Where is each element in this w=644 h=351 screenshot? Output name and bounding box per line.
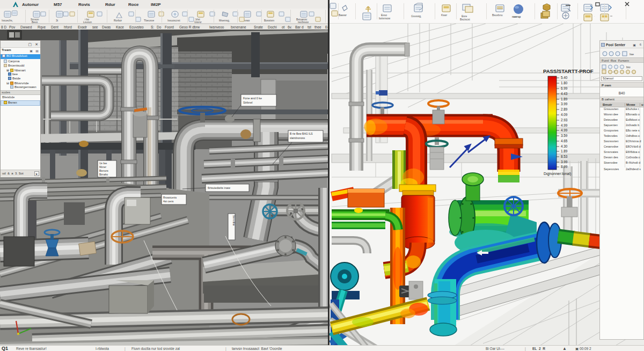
svg-text:3.59: 3.59 <box>561 134 568 137</box>
svg-text:slatrdnonoss: slatrdnonoss <box>290 136 305 140</box>
svg-text:Btrnaho: Btrnaho <box>99 173 108 176</box>
svg-text:PASS/STARTT-PROF: PASS/STARTT-PROF <box>543 68 594 74</box>
svg-text:Moner: Moner <box>99 166 106 169</box>
svg-text:botsnsow: botsnsow <box>379 17 391 20</box>
svg-text:8.53: 8.53 <box>561 155 568 158</box>
svg-text:Gsvsstg,: Gsvsstg, <box>411 14 421 18</box>
svg-text:8.99: 8.99 <box>561 165 568 169</box>
svg-text:Tbeusve: Tbeusve <box>144 19 154 22</box>
svg-text:4.30: 4.30 <box>561 144 568 148</box>
svg-text:1.89: 1.89 <box>561 97 568 101</box>
svg-text:Issuechs,: Issuechs, <box>2 19 13 22</box>
svg-text:Bawwr: Bawwr <box>339 13 347 17</box>
svg-text:Bosstsm: Bosstsm <box>264 19 274 22</box>
svg-text:Strbnel: Strbnel <box>243 101 252 104</box>
svg-text:5.40: 5.40 <box>561 76 568 79</box>
svg-text:2.89: 2.89 <box>561 107 568 111</box>
svg-text:3.99: 3.99 <box>561 102 568 106</box>
svg-text:1.80: 1.80 <box>561 81 568 85</box>
svg-text:Bswwdna: Bswwdna <box>232 215 235 226</box>
svg-text:Kswr: Kswr <box>441 13 447 17</box>
svg-text:Ise: Ise <box>630 53 634 56</box>
svg-text:Rrowzcents: Rrowzcents <box>163 196 177 199</box>
svg-text:3.99: 3.99 <box>561 160 568 164</box>
svg-text:6.99: 6.99 <box>561 86 568 90</box>
svg-text:3t: 3t <box>56 19 58 22</box>
svg-text:Bsctscst: Bsctscst <box>460 18 470 21</box>
svg-text:-7: -7 <box>612 70 615 74</box>
svg-text:bto: bto <box>626 65 631 69</box>
svg-text:˙: ˙ <box>594 16 595 19</box>
svg-text:1.89: 1.89 <box>561 149 568 153</box>
svg-text:4.09: 4.09 <box>561 113 568 116</box>
svg-text:Issuoscnst: Issuoscnst <box>167 19 180 22</box>
svg-text:4.43: 4.43 <box>561 92 568 96</box>
svg-text:Bsuxbnu: Bsuxbnu <box>492 13 503 17</box>
svg-text:B rte Bew BAG ILS: B rte Bew BAG ILS <box>290 132 313 135</box>
svg-text:4.99: 4.99 <box>561 128 568 132</box>
svg-text:Ue liee: Ue liee <box>99 162 107 165</box>
svg-text:6rtsuiedwits inaw: 6rtsuiedwits inaw <box>208 186 230 189</box>
svg-text:4sn oens: 4sn oens <box>163 200 174 203</box>
svg-text:2.93: 2.93 <box>561 118 568 122</box>
svg-text:Dqjnonner:lonal): Dqjnonner:lonal) <box>544 172 571 176</box>
svg-text:4.99: 4.99 <box>561 123 568 127</box>
svg-text:rawrsp: rawrsp <box>512 15 521 18</box>
svg-text:4.65: 4.65 <box>561 139 568 143</box>
svg-text:Msemsg,: Msemsg, <box>219 19 230 22</box>
svg-text:Btenuns: Btenuns <box>99 170 109 172</box>
svg-text:Fone and 0 ke: Fone and 0 ke <box>243 97 262 100</box>
svg-text:Rorbor: Rorbor <box>114 19 122 22</box>
